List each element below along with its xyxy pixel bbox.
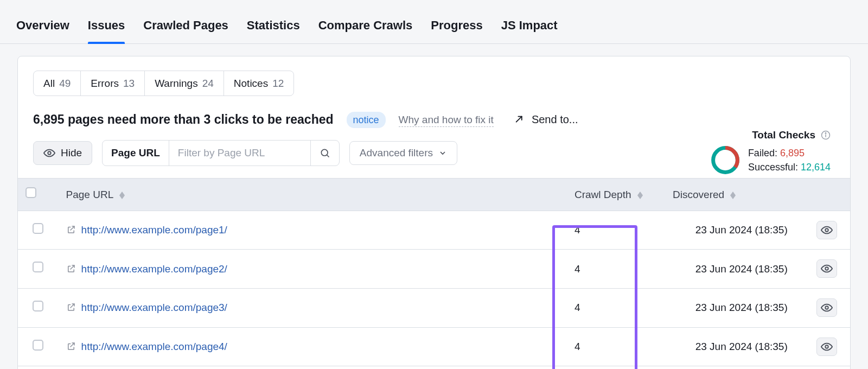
info-icon[interactable]: [821, 130, 831, 140]
svg-point-5: [825, 132, 826, 133]
page-url-link[interactable]: http://www.example.com/page2/: [81, 263, 227, 275]
cell-crawl-depth: 4: [567, 288, 665, 327]
issue-headline: 6,895 pages need more than 3 clicks to b…: [33, 111, 334, 128]
cell-discovered: 23 Jun 2024 (18:35): [665, 250, 804, 289]
issue-type-filter: All 49 Errors 13 Warnings 24 Notices 12: [33, 71, 294, 97]
tab-crawled-pages[interactable]: Crawled Pages: [143, 12, 228, 43]
view-button[interactable]: [816, 338, 837, 356]
page-url-link[interactable]: http://www.example.com/page1/: [81, 224, 227, 236]
tab-progress[interactable]: Progress: [431, 12, 482, 43]
row-checkbox[interactable]: [33, 301, 43, 311]
svg-point-15: [826, 268, 829, 271]
hide-label: Hide: [61, 147, 82, 159]
page-url-link[interactable]: http://www.example.com/page3/: [81, 302, 227, 313]
hide-button[interactable]: Hide: [33, 141, 92, 165]
total-checks-widget: Total Checks Failed: 6,895 Successful: 1…: [710, 128, 831, 176]
issues-panel: All 49 Errors 13 Warnings 24 Notices 12 …: [17, 56, 851, 369]
select-all-checkbox[interactable]: [25, 187, 36, 198]
failed-line: Failed: 6,895: [748, 147, 831, 160]
table-row: http://www.example.com/page4/423 Jun 202…: [18, 327, 850, 366]
filter-errors[interactable]: Errors 13: [81, 71, 145, 96]
svg-point-17: [826, 345, 829, 348]
filter-label: All: [43, 77, 55, 91]
page-url-link[interactable]: http://www.example.com/page4/: [81, 341, 227, 352]
chevron-down-icon: [438, 149, 447, 157]
col-header-page-url[interactable]: Page URL: [59, 179, 567, 211]
col-header-discovered[interactable]: Discovered: [665, 179, 804, 211]
url-filter-input: Page URL: [102, 140, 340, 166]
svg-marker-10: [637, 192, 643, 195]
svg-marker-11: [637, 195, 643, 199]
tab-statistics[interactable]: Statistics: [247, 12, 300, 43]
url-filter-search-button[interactable]: [310, 141, 339, 166]
svg-point-16: [826, 306, 829, 309]
cell-crawl-depth: 4: [567, 327, 665, 366]
svg-point-0: [48, 151, 51, 155]
cell-page-url: http://www.example.com/page5/: [59, 366, 567, 369]
sort-icon: [119, 192, 125, 199]
external-link-icon: [66, 302, 76, 312]
advanced-filters-button[interactable]: Advanced filters: [349, 141, 457, 165]
send-to-button[interactable]: Send to...: [514, 112, 578, 127]
table-header-row: Page URL Crawl Depth: [18, 179, 850, 211]
how-to-fix-link[interactable]: Why and how to fix it: [399, 113, 494, 128]
cell-page-url: http://www.example.com/page3/: [59, 288, 567, 327]
successful-line: Successful: 12,614: [748, 161, 831, 174]
svg-marker-8: [119, 192, 125, 195]
filter-count: 24: [202, 77, 214, 91]
share-arrow-icon: [514, 114, 526, 126]
cell-page-url: http://www.example.com/page4/: [59, 327, 567, 366]
cell-crawl-depth: 4: [567, 250, 665, 289]
url-filter-text[interactable]: [169, 141, 310, 166]
cell-discovered: 23 Jun 2024 (18:35): [665, 327, 804, 366]
send-to-label: Send to...: [532, 112, 578, 127]
tab-js-impact[interactable]: JS Impact: [501, 12, 558, 43]
tab-compare-crawls[interactable]: Compare Crawls: [318, 12, 413, 43]
svg-point-14: [826, 228, 829, 232]
total-checks-title: Total Checks: [752, 128, 815, 142]
svg-point-1: [321, 150, 328, 156]
sort-icon: [637, 192, 643, 199]
eye-icon: [43, 147, 55, 159]
filter-count: 12: [272, 77, 284, 91]
external-link-icon: [66, 225, 76, 234]
filter-label: Notices: [234, 77, 268, 91]
view-button[interactable]: [816, 298, 837, 317]
table-row: http://www.example.com/page2/423 Jun 202…: [18, 250, 850, 289]
table-row: http://www.example.com/page5/423 Jun 202…: [18, 366, 850, 369]
filter-warnings[interactable]: Warnings 24: [145, 71, 224, 96]
cell-discovered: 23 Jun 2024 (18:35): [665, 288, 804, 327]
eye-icon: [821, 224, 833, 236]
donut-chart-icon: [710, 145, 741, 175]
cell-crawl-depth: 4: [567, 211, 665, 250]
svg-marker-13: [730, 195, 736, 199]
eye-icon: [821, 341, 833, 353]
row-checkbox[interactable]: [33, 223, 43, 234]
filter-notices[interactable]: Notices 12: [224, 71, 294, 96]
filter-all[interactable]: All 49: [34, 71, 81, 96]
filter-count: 13: [123, 77, 135, 91]
filter-label: Errors: [91, 77, 119, 91]
tab-overview[interactable]: Overview: [16, 12, 69, 43]
cell-discovered: 23 Jun 2024 (18:35): [665, 366, 804, 369]
table-row: http://www.example.com/page3/423 Jun 202…: [18, 288, 850, 327]
headline-row: 6,895 pages need more than 3 clicks to b…: [33, 111, 835, 128]
cell-page-url: http://www.example.com/page2/: [59, 250, 567, 289]
cell-discovered: 23 Jun 2024 (18:35): [665, 211, 804, 250]
svg-line-2: [327, 155, 329, 157]
main-tabs: Overview Issues Crawled Pages Statistics…: [0, 0, 868, 44]
eye-icon: [821, 302, 833, 314]
row-checkbox[interactable]: [33, 262, 43, 272]
filter-label: Warnings: [155, 77, 198, 91]
url-filter-field-label[interactable]: Page URL: [103, 141, 169, 166]
view-button[interactable]: [816, 221, 837, 239]
row-checkbox[interactable]: [33, 340, 43, 351]
eye-icon: [821, 263, 833, 275]
col-header-crawl-depth[interactable]: Crawl Depth: [567, 179, 665, 211]
cell-crawl-depth: 4: [567, 366, 665, 369]
sort-icon: [730, 192, 736, 199]
table-row: http://www.example.com/page1/423 Jun 202…: [18, 211, 850, 250]
tab-issues[interactable]: Issues: [88, 12, 125, 43]
search-icon: [320, 148, 330, 158]
view-button[interactable]: [816, 259, 837, 278]
